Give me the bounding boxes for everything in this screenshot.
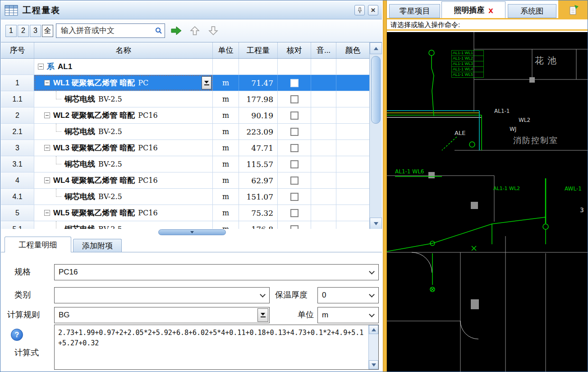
row-name-cell[interactable]: 铜芯电线BV-2.5 bbox=[34, 124, 213, 140]
label-al1-1-wl2: AL1-1 WL2 bbox=[493, 186, 520, 191]
scroll-thumb[interactable] bbox=[371, 56, 381, 124]
go-arrow-button[interactable] bbox=[169, 24, 184, 37]
check-checkbox[interactable] bbox=[290, 79, 299, 87]
row-number: 4 bbox=[1, 172, 34, 188]
row-color-cell bbox=[336, 59, 369, 74]
table-row-group[interactable]: 系AL1 bbox=[1, 59, 369, 75]
formula-scrollbar[interactable] bbox=[368, 325, 378, 369]
tab-add-attachment[interactable]: 添加附项 bbox=[73, 239, 122, 252]
expand-collapse-icon[interactable] bbox=[44, 112, 50, 118]
row-color-cell bbox=[336, 221, 369, 229]
level-all-button[interactable]: 全 bbox=[42, 25, 53, 37]
expand-collapse-icon[interactable] bbox=[44, 177, 50, 183]
row-name-cell[interactable]: WL3 硬聚氯乙烯管 暗配PC16 bbox=[34, 140, 213, 156]
tab-close-icon[interactable]: x bbox=[488, 6, 493, 14]
panel-titlebar[interactable]: 工程量表 × bbox=[1, 1, 382, 19]
unit-combobox[interactable]: m bbox=[317, 307, 379, 323]
dropdown-bar-icon bbox=[204, 84, 209, 85]
table-row[interactable]: 1.1铜芯电线BV-2.5m177.98 bbox=[1, 91, 369, 107]
row-number bbox=[1, 59, 34, 74]
table-row[interactable]: 2WL2 硬聚氯乙烯管 暗配PC16m90.19 bbox=[1, 107, 369, 124]
expand-collapse-icon[interactable] bbox=[44, 145, 50, 151]
header-check[interactable]: 核对 bbox=[278, 42, 311, 58]
table-row[interactable]: 4WL4 硬聚氯乙烯管 暗配PC16m62.97 bbox=[1, 172, 369, 189]
header-color[interactable]: 颜色 bbox=[336, 42, 369, 58]
check-checkbox[interactable] bbox=[290, 144, 299, 152]
header-seq[interactable]: 序号 bbox=[1, 42, 34, 58]
level-1-button[interactable]: 1 bbox=[5, 25, 17, 37]
level-3-button[interactable]: 3 bbox=[30, 25, 41, 37]
formula-value[interactable]: 2.73+1.99+0.97+2+2.05*2+5.92+6.8+6.02+5*… bbox=[55, 325, 368, 369]
tree-connector bbox=[56, 189, 61, 197]
table-row[interactable]: 4.1铜芯电线BV-2.5m151.07 bbox=[1, 189, 369, 205]
expand-collapse-icon[interactable] bbox=[38, 64, 44, 70]
row-name-cell[interactable]: WL5 硬聚氯乙烯管 暗配PC16 bbox=[34, 205, 213, 221]
name-dropdown-button[interactable] bbox=[202, 76, 211, 89]
row-name-cell[interactable]: 系AL1 bbox=[34, 59, 213, 74]
check-checkbox[interactable] bbox=[290, 95, 299, 103]
table-row[interactable]: 1WL1 硬聚氯乙烯管 暗配PCm71.47 bbox=[1, 75, 369, 91]
new-tab-button[interactable] bbox=[558, 0, 588, 19]
command-prompt-bar[interactable]: 请选择或输入操作命令: bbox=[387, 21, 588, 31]
check-checkbox[interactable] bbox=[290, 177, 299, 185]
scroll-up-button[interactable] bbox=[370, 42, 382, 54]
row-name-cell[interactable]: 铜芯电线BV-2.5 bbox=[34, 221, 213, 229]
expand-collapse-icon[interactable] bbox=[44, 210, 50, 216]
pin-button[interactable] bbox=[354, 5, 365, 15]
table-row[interactable]: 5.1铜芯电线BV-2.5m176.8 bbox=[1, 221, 369, 229]
label-number-3: 3 bbox=[580, 206, 584, 214]
table-row[interactable]: 5WL5 硬聚氯乙烯管 暗配PC16m75.32 bbox=[1, 205, 369, 221]
insulation-label: 保温厚度 bbox=[275, 289, 308, 300]
rule-combobox[interactable]: BG bbox=[54, 307, 270, 323]
tab-system-diagram[interactable]: 系统图 bbox=[508, 4, 556, 18]
formula-label: 计算式 bbox=[14, 347, 39, 358]
row-name-cell[interactable]: WL4 硬聚氯乙烯管 暗配PC16 bbox=[34, 172, 213, 188]
search-input[interactable] bbox=[60, 26, 155, 36]
category-combobox[interactable] bbox=[54, 287, 270, 303]
horizontal-splitter-handle[interactable] bbox=[158, 229, 226, 235]
row-name-cell[interactable]: WL1 硬聚氯乙烯管 暗配PC bbox=[34, 75, 213, 91]
cad-drawing-area[interactable]: AL1-1 WL1AL1-1 WL2AL1-1 WL3AL1-1 WL4AL1-… bbox=[387, 32, 588, 372]
check-checkbox[interactable] bbox=[290, 128, 299, 136]
expand-collapse-icon[interactable] bbox=[44, 80, 50, 86]
table-row[interactable]: 3WL3 硬聚氯乙烯管 暗配PC16m47.71 bbox=[1, 140, 369, 156]
check-checkbox[interactable] bbox=[290, 112, 299, 120]
help-button[interactable]: ? bbox=[11, 329, 23, 341]
formula-scroll-down-button[interactable] bbox=[369, 360, 378, 369]
tab-lighting-sockets[interactable]: 照明插座 x bbox=[441, 1, 505, 18]
insulation-combobox[interactable]: 0 bbox=[317, 287, 379, 303]
tab-quantity-detail[interactable]: 工程量明细 bbox=[5, 237, 71, 252]
scroll-down-button[interactable] bbox=[370, 218, 382, 229]
header-unit[interactable]: 单位 bbox=[213, 42, 239, 58]
formula-scroll-up-button[interactable] bbox=[369, 325, 378, 334]
move-down-button[interactable] bbox=[206, 24, 220, 37]
rule-dropdown-button[interactable] bbox=[257, 308, 268, 322]
close-button[interactable]: × bbox=[368, 5, 378, 15]
table-row[interactable]: 2.1铜芯电线BV-2.5m223.09 bbox=[1, 124, 369, 140]
label-ale: ALE bbox=[455, 130, 465, 136]
scroll-track[interactable] bbox=[370, 54, 382, 218]
header-name[interactable]: 名称 bbox=[34, 42, 213, 58]
spec-combobox[interactable]: PC16 bbox=[54, 264, 379, 280]
tab-misc-items[interactable]: 零星项目 bbox=[389, 4, 440, 18]
table-vertical-scrollbar[interactable] bbox=[369, 42, 382, 229]
move-up-button[interactable] bbox=[188, 24, 202, 37]
check-checkbox[interactable] bbox=[290, 209, 299, 217]
header-quantity[interactable]: 工程量 bbox=[239, 42, 278, 58]
row-name-cell[interactable]: 铜芯电线BV-2.5 bbox=[34, 156, 213, 172]
row-quantity: 151.07 bbox=[239, 189, 278, 205]
row-quantity: 75.32 bbox=[239, 205, 278, 221]
level-2-button[interactable]: 2 bbox=[18, 25, 29, 37]
search-icon[interactable] bbox=[155, 27, 162, 34]
check-checkbox[interactable] bbox=[290, 160, 299, 168]
table-row[interactable]: 3.1铜芯电线BV-2.5m115.57 bbox=[1, 156, 369, 172]
row-name-cell[interactable]: 铜芯电线BV-2.5 bbox=[34, 91, 213, 107]
row-name-cell[interactable]: 铜芯电线BV-2.5 bbox=[34, 189, 213, 205]
panel-divider[interactable] bbox=[383, 0, 387, 372]
check-checkbox[interactable] bbox=[290, 193, 299, 201]
check-checkbox[interactable] bbox=[290, 225, 299, 229]
row-name-cell[interactable]: WL2 硬聚氯乙烯管 暗配PC16 bbox=[34, 107, 213, 123]
row-color-cell bbox=[336, 75, 369, 91]
formula-field[interactable]: 2.73+1.99+0.97+2+2.05*2+5.92+6.8+6.02+5*… bbox=[54, 325, 379, 370]
header-audio[interactable]: 音... bbox=[311, 42, 336, 58]
